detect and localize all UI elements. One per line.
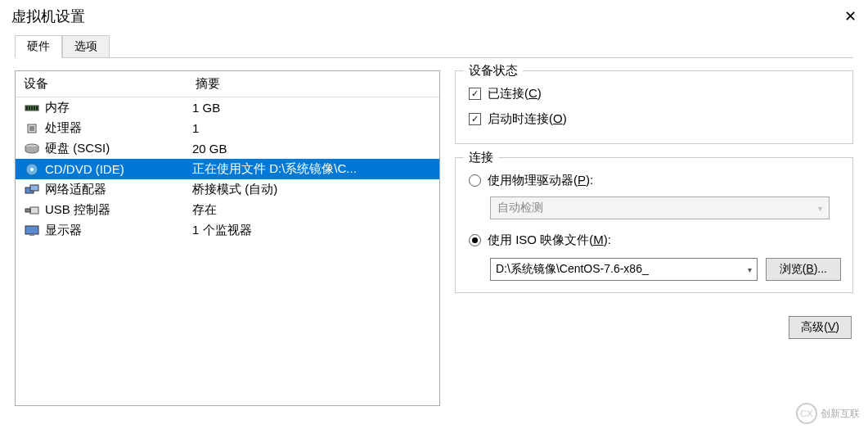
device-label: CD/DVD (IDE) [45, 162, 192, 176]
device-label: 处理器 [45, 120, 192, 136]
usb-icon [24, 204, 40, 217]
svg-rect-3 [31, 106, 33, 110]
display-icon [24, 224, 40, 237]
watermark-icon: CX [796, 403, 817, 424]
svg-point-10 [30, 168, 34, 171]
device-row[interactable]: CD/DVD (IDE)正在使用文件 D:\系统镜像\C... [16, 159, 439, 179]
device-list-header: 设备 摘要 [16, 71, 439, 97]
net-icon [24, 183, 40, 196]
connected-label: 已连接(C) [488, 86, 542, 102]
watermark: CX 创新互联 [796, 403, 860, 424]
check-icon: ✓ [469, 88, 481, 100]
window-title: 虚拟机设置 [11, 7, 85, 26]
header-device: 设备 [16, 76, 192, 92]
svg-rect-13 [30, 207, 38, 214]
iso-input-row: D:\系统镜像\CentOS-7.6-x86_ ▾ 浏览(B)... [490, 258, 841, 281]
advanced-button[interactable]: 高级(V) [789, 316, 852, 339]
device-label: 内存 [45, 100, 192, 115]
browse-button[interactable]: 浏览(B)... [766, 258, 841, 281]
device-summary: 桥接模式 (自动) [192, 182, 439, 197]
radio-icon [469, 174, 481, 187]
title-bar: 虚拟机设置 ✕ [0, 0, 868, 31]
device-row[interactable]: 处理器1 [16, 118, 439, 138]
device-summary: 1 GB [192, 101, 439, 115]
svg-rect-1 [26, 106, 28, 110]
svg-rect-15 [25, 226, 38, 234]
tab-hardware[interactable]: 硬件 [15, 35, 62, 58]
device-row[interactable]: 网络适配器桥接模式 (自动) [16, 179, 439, 200]
cpu-icon [24, 122, 40, 135]
radio-iso-file[interactable]: 使用 ISO 映像文件(M): [467, 228, 841, 253]
physical-drive-select: 自动检测 ▾ [490, 196, 830, 219]
radio-icon [469, 234, 481, 246]
device-summary: 正在使用文件 D:\系统镜像\C... [192, 161, 439, 177]
connection-group: 连接 使用物理驱动器(P): 自动检测 ▾ 使用 ISO 映像文件(M): [455, 157, 853, 293]
device-row[interactable]: 显示器1 个监视器 [16, 220, 439, 241]
svg-rect-4 [34, 106, 35, 110]
chevron-down-icon: ▾ [818, 204, 822, 213]
svg-rect-5 [36, 106, 38, 110]
device-summary: 1 [192, 121, 439, 135]
iso-path-input[interactable]: D:\系统镜像\CentOS-7.6-x86_ ▾ [490, 258, 758, 281]
svg-rect-7 [29, 126, 34, 131]
device-summary: 存在 [192, 202, 439, 218]
check-icon: ✓ [469, 113, 481, 125]
device-summary: 20 GB [192, 142, 439, 156]
device-status-legend: 设备状态 [464, 63, 523, 79]
content-area: 设备 摘要 内存1 GB处理器1硬盘 (SCSI)20 GBCD/DVD (ID… [0, 57, 868, 406]
device-list: 设备 摘要 内存1 GB处理器1硬盘 (SCSI)20 GBCD/DVD (ID… [15, 70, 440, 406]
device-row[interactable]: 硬盘 (SCSI)20 GB [16, 138, 439, 159]
physical-drive-label: 使用物理驱动器(P): [488, 173, 593, 188]
device-row[interactable]: USB 控制器存在 [16, 200, 439, 220]
startup-connect-checkbox-row[interactable]: ✓ 启动时连接(O) [467, 106, 841, 132]
svg-rect-16 [29, 234, 34, 236]
disk-icon [24, 142, 40, 156]
connection-legend: 连接 [464, 150, 498, 165]
memory-icon [24, 102, 40, 115]
radio-physical-drive[interactable]: 使用物理驱动器(P): [467, 168, 841, 193]
right-pane: 设备状态 ✓ 已连接(C) ✓ 启动时连接(O) 连接 使用物理驱动器(P [455, 70, 853, 406]
device-summary: 1 个监视器 [192, 223, 439, 238]
header-summary: 摘要 [192, 76, 439, 92]
bottom-button-row: 高级(V) [455, 306, 853, 339]
svg-rect-12 [30, 185, 38, 191]
device-label: 网络适配器 [45, 182, 192, 197]
tab-strip: 硬件 选项 [15, 35, 853, 58]
iso-file-label: 使用 ISO 映像文件(M): [488, 233, 611, 248]
device-label: 硬盘 (SCSI) [45, 141, 192, 156]
chevron-down-icon: ▾ [748, 265, 752, 274]
startup-label: 启动时连接(O) [488, 111, 567, 127]
device-status-group: 设备状态 ✓ 已连接(C) ✓ 启动时连接(O) [455, 70, 853, 144]
device-row[interactable]: 内存1 GB [16, 97, 439, 118]
connected-checkbox-row[interactable]: ✓ 已连接(C) [467, 81, 841, 106]
device-label: USB 控制器 [45, 202, 192, 218]
watermark-text: 创新互联 [821, 407, 860, 421]
tab-options[interactable]: 选项 [62, 35, 110, 57]
svg-rect-2 [29, 106, 30, 110]
close-icon[interactable]: ✕ [844, 7, 857, 25]
cd-icon [24, 163, 40, 176]
svg-rect-14 [25, 209, 30, 212]
device-label: 显示器 [45, 223, 192, 238]
